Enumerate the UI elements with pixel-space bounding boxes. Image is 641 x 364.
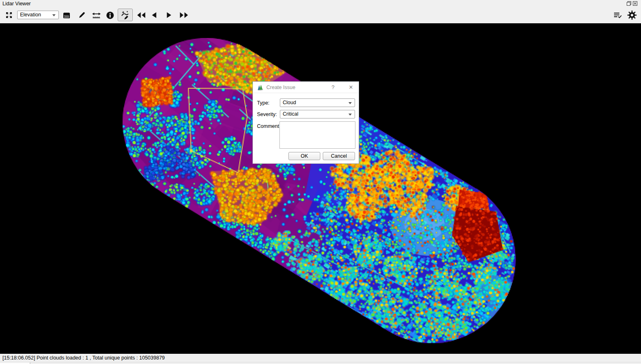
- main-toolbar: Elevation: [0, 7, 641, 23]
- layer-select-value: Elevation: [20, 12, 41, 18]
- settings-gear-icon[interactable]: [627, 10, 637, 20]
- type-value: Cloud: [283, 100, 296, 105]
- type-label: Type:: [257, 100, 270, 106]
- chevron-down-icon: [348, 114, 352, 116]
- window-title: Lidar Viewer: [2, 1, 31, 7]
- create-issue-dialog: Create Issue ? ✕ Type: Cloud Severity: C…: [252, 81, 359, 164]
- comment-label: Comment:: [257, 123, 281, 129]
- severity-dropdown[interactable]: Critical: [280, 110, 355, 118]
- raster-grid-icon[interactable]: [63, 12, 70, 19]
- lidar-viewport[interactable]: [0, 23, 641, 354]
- view-list-check-icon[interactable]: [613, 11, 622, 19]
- expand-arrows-icon[interactable]: [5, 11, 13, 19]
- ok-button[interactable]: OK: [288, 152, 320, 160]
- dialog-help-button[interactable]: ?: [330, 84, 336, 90]
- status-text: [15:18:06.052] Point clouds loaded : 1 ,…: [2, 355, 165, 361]
- rewind-icon[interactable]: [137, 12, 146, 18]
- fast-forward-icon[interactable]: [179, 12, 188, 18]
- scrollbar-thumb[interactable]: [0, 362, 30, 364]
- cancel-button[interactable]: Cancel: [323, 152, 355, 160]
- pointcloud-canvas[interactable]: [0, 23, 641, 354]
- annotate-wand-button[interactable]: [118, 9, 133, 21]
- restore-window-icon[interactable]: [626, 1, 632, 6]
- step-back-icon[interactable]: [151, 12, 157, 18]
- dialog-titlebar[interactable]: Create Issue ? ✕: [253, 82, 359, 93]
- pencil-draw-icon[interactable]: [78, 11, 86, 19]
- window-titlebar[interactable]: Lidar Viewer: [0, 0, 641, 7]
- dialog-close-button[interactable]: ✕: [348, 84, 354, 90]
- severity-value: Critical: [283, 111, 298, 117]
- close-window-icon[interactable]: [632, 1, 638, 6]
- annotate-wand-icon: [121, 10, 130, 20]
- severity-label: Severity:: [257, 112, 277, 117]
- status-bar: [15:18:06.052] Point clouds loaded : 1 ,…: [0, 354, 641, 362]
- measure-distance-icon[interactable]: [92, 11, 101, 19]
- layer-select-dropdown[interactable]: Elevation: [17, 11, 59, 19]
- dialog-title: Create Issue: [266, 85, 295, 90]
- play-icon[interactable]: [166, 12, 172, 18]
- comment-field[interactable]: [279, 121, 355, 149]
- chevron-down-icon: [348, 102, 352, 104]
- info-icon[interactable]: [106, 11, 114, 19]
- chevron-down-icon: [52, 14, 56, 16]
- bottom-scrollbar[interactable]: [0, 362, 641, 364]
- app-logo-icon: [257, 85, 264, 91]
- type-dropdown[interactable]: Cloud: [280, 98, 355, 107]
